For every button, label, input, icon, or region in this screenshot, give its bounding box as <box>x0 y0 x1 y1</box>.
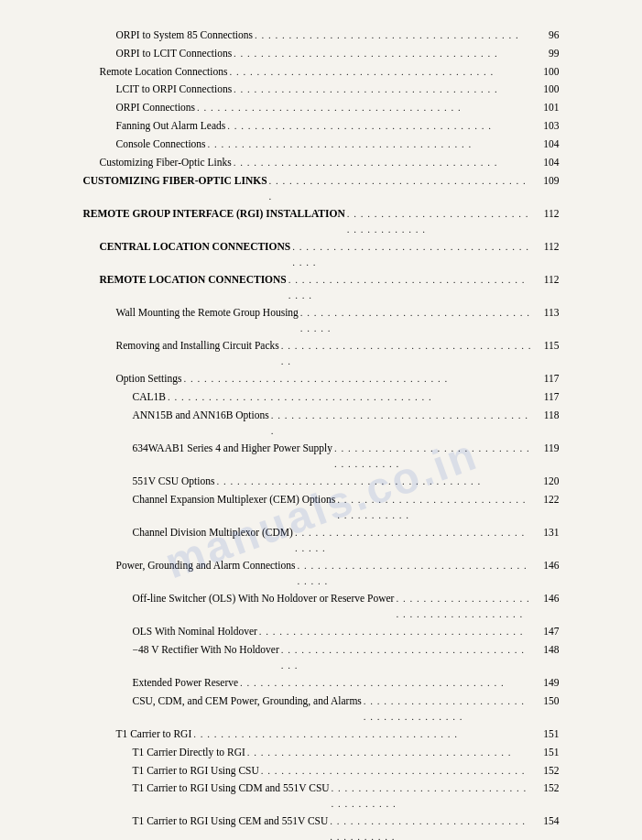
entry-text: Customizing Fiber-Optic Links <box>100 155 232 171</box>
entry-dots: . . . . . . . . . . . . . . . . . . . . … <box>208 136 532 152</box>
entry-dots: . . . . . . . . . . . . . . . . . . . . … <box>347 206 532 237</box>
entry-text: T1 Carrier Directly to RGI <box>133 745 245 761</box>
entry-page-num: 113 <box>534 305 560 322</box>
entry-dots: . . . . . . . . . . . . . . . . . . . . … <box>295 525 532 556</box>
toc-entry: −48 V Rectifier With No Holdover. . . . … <box>83 642 560 673</box>
entry-page-num: 119 <box>534 441 560 457</box>
toc-entry: Fanning Out Alarm Leads. . . . . . . . .… <box>83 118 560 135</box>
entry-dots: . . . . . . . . . . . . . . . . . . . . … <box>216 474 531 489</box>
entry-page-num: 100 <box>534 64 560 81</box>
entry-dots: . . . . . . . . . . . . . . . . . . . . … <box>197 100 531 115</box>
entry-page-num: 115 <box>534 338 560 355</box>
entry-text: T1 Carrier to RGI Using CSU <box>133 763 259 780</box>
toc-entry: Power, Grounding and Alarm Connections. … <box>83 558 560 589</box>
entry-text: Extended Power Reserve <box>133 675 239 692</box>
entry-text: Wall Mounting the Remote Group Housing <box>116 305 299 322</box>
entry-page-num: 146 <box>534 591 560 607</box>
entry-dots: . . . . . . . . . . . . . . . . . . . . … <box>261 763 532 779</box>
entry-page-num: 120 <box>534 474 560 490</box>
entry-dots: . . . . . . . . . . . . . . . . . . . . … <box>288 272 532 303</box>
toc-entry: CENTRAL LOCATION CONNECTIONS. . . . . . … <box>83 239 560 270</box>
entry-text: Channel Division Multiplexor (CDM) <box>133 525 293 541</box>
toc-entry: T1 Carrier to RGI. . . . . . . . . . . .… <box>83 726 560 743</box>
entry-dots: . . . . . . . . . . . . . . . . . . . . … <box>247 745 532 760</box>
entry-text: CUSTOMIZING FIBER-OPTIC LINKS <box>83 173 267 190</box>
entry-dots: . . . . . . . . . . . . . . . . . . . . … <box>271 408 532 439</box>
entry-page-num: 104 <box>534 136 560 153</box>
toc-entry: REMOTE LOCATION CONNECTIONS. . . . . . .… <box>83 272 560 303</box>
entry-text: T1 Carrier to RGI Using CDM and 551V CSU <box>133 780 330 797</box>
entry-text: Channel Expansion Multiplexer (CEM) Opti… <box>133 492 336 508</box>
entry-page-num: 131 <box>534 525 560 541</box>
entry-text: ANN15B and ANN16B Options <box>133 408 269 424</box>
entry-page-num: 152 <box>534 763 560 780</box>
entry-page-num: 112 <box>534 239 560 256</box>
toc-entry: ORPI Connections. . . . . . . . . . . . … <box>83 100 560 116</box>
entry-text: ORPI to LCIT Connections <box>116 46 233 62</box>
entry-dots: . . . . . . . . . . . . . . . . . . . . … <box>240 675 531 691</box>
entry-page-num: 112 <box>534 272 560 289</box>
entry-page-num: 118 <box>534 408 560 424</box>
entry-dots: . . . . . . . . . . . . . . . . . . . . … <box>396 591 531 622</box>
entry-text: Fanning Out Alarm Leads <box>116 118 226 135</box>
entry-text: CSU, CDM, and CEM Power, Grounding, and … <box>133 693 362 710</box>
toc-entry: CSU, CDM, and CEM Power, Grounding, and … <box>83 693 560 725</box>
entry-dots: . . . . . . . . . . . . . . . . . . . . … <box>292 239 531 270</box>
toc-entry: REMOTE GROUP INTERFACE (RGI) INSTALLATIO… <box>83 206 560 237</box>
page-content: ORPI to System 85 Connections. . . . . .… <box>83 0 560 840</box>
entry-text: REMOTE GROUP INTERFACE (RGI) INSTALLATIO… <box>83 206 345 223</box>
entry-page-num: 96 <box>534 27 560 44</box>
entry-dots: . . . . . . . . . . . . . . . . . . . . … <box>334 441 532 472</box>
entry-text: REMOTE LOCATION CONNECTIONS <box>100 272 287 289</box>
entry-page-num: 151 <box>534 726 560 743</box>
entry-text: T1 Carrier to RGI <box>116 726 192 743</box>
entry-page-num: 154 <box>534 813 560 830</box>
entry-dots: . . . . . . . . . . . . . . . . . . . . … <box>259 624 532 639</box>
toc-entry: 551V CSU Options. . . . . . . . . . . . … <box>83 474 560 490</box>
toc-entry: T1 Carrier to RGI Using CEM and 551V CSU… <box>83 813 560 840</box>
entry-page-num: 109 <box>534 173 560 190</box>
toc-entry: CAL1B. . . . . . . . . . . . . . . . . .… <box>83 389 560 406</box>
entry-page-num: 117 <box>534 371 560 387</box>
entry-page-num: 101 <box>534 100 560 116</box>
entry-dots: . . . . . . . . . . . . . . . . . . . . … <box>234 82 531 97</box>
entry-text: Option Settings <box>116 371 182 387</box>
toc-entry: Off-line Switcher (OLS) With No Holdover… <box>83 591 560 622</box>
entry-dots: . . . . . . . . . . . . . . . . . . . . … <box>234 46 531 61</box>
toc-entry: T1 Carrier Directly to RGI. . . . . . . … <box>83 745 560 761</box>
entry-page-num: 117 <box>534 389 560 406</box>
entry-page-num: 100 <box>534 82 560 98</box>
entry-page-num: 99 <box>534 46 560 62</box>
entry-dots: . . . . . . . . . . . . . . . . . . . . … <box>297 558 531 589</box>
toc-entry: Channel Expansion Multiplexer (CEM) Opti… <box>83 492 560 523</box>
entry-text: Power, Grounding and Alarm Connections <box>116 558 296 574</box>
entry-text: CENTRAL LOCATION CONNECTIONS <box>100 239 291 256</box>
toc-entry: ANN15B and ANN16B Options. . . . . . . .… <box>83 408 560 439</box>
toc-entry: T1 Carrier to RGI Using CSU. . . . . . .… <box>83 763 560 780</box>
entry-dots: . . . . . . . . . . . . . . . . . . . . … <box>168 389 532 405</box>
toc-entry: CUSTOMIZING FIBER-OPTIC LINKS. . . . . .… <box>83 173 560 204</box>
entry-page-num: 112 <box>534 206 560 223</box>
entry-page-num: 147 <box>534 624 560 640</box>
entry-text: CAL1B <box>133 389 166 406</box>
entry-dots: . . . . . . . . . . . . . . . . . . . . … <box>332 780 532 812</box>
toc-entry: Channel Division Multiplexor (CDM). . . … <box>83 525 560 556</box>
entry-dots: . . . . . . . . . . . . . . . . . . . . … <box>183 371 531 387</box>
toc-entry: ORPI to LCIT Connections. . . . . . . . … <box>83 46 560 62</box>
entry-text: OLS With Nominal Holdover <box>133 624 257 640</box>
entry-page-num: 152 <box>534 780 560 797</box>
entry-text: −48 V Rectifier With No Holdover <box>133 642 279 659</box>
toc-entry: Option Settings. . . . . . . . . . . . .… <box>83 371 560 387</box>
entry-dots: . . . . . . . . . . . . . . . . . . . . … <box>281 338 532 369</box>
toc-entries: ORPI to System 85 Connections. . . . . .… <box>83 27 560 840</box>
entry-dots: . . . . . . . . . . . . . . . . . . . . … <box>364 693 532 725</box>
toc-entry: OLS With Nominal Holdover. . . . . . . .… <box>83 624 560 640</box>
toc-entry: Wall Mounting the Remote Group Housing. … <box>83 305 560 336</box>
entry-page-num: 149 <box>534 675 560 692</box>
entry-page-num: 148 <box>534 642 560 659</box>
entry-text: 551V CSU Options <box>133 474 215 490</box>
entry-text: LCIT to ORPI Connections <box>116 82 233 98</box>
toc-entry: 634WAAB1 Series 4 and Higher Power Suppl… <box>83 441 560 472</box>
entry-page-num: 103 <box>534 118 560 135</box>
entry-dots: . . . . . . . . . . . . . . . . . . . . … <box>330 813 531 840</box>
